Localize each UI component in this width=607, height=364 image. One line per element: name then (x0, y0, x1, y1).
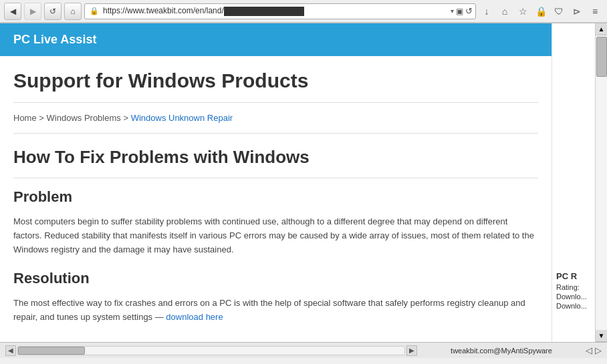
h-scroll-thumb[interactable] (18, 347, 85, 355)
sidebar-download2: Downlo... (554, 301, 594, 311)
navigation-bar: ◀ ▶ ↺ ⌂ 🔒 https://www.tweakbit.com/en/la… (0, 0, 607, 23)
lock-header-icon[interactable]: 🔒 (533, 3, 549, 19)
page-icon: ▣ (456, 7, 463, 16)
url-bar[interactable]: 🔒 https://www.tweakbit.com/en/land/ ▾ ▣ … (84, 3, 476, 19)
breadcrumb-sep1: > (39, 113, 46, 123)
home-icon[interactable]: ⌂ (497, 3, 513, 19)
url-start: https://www.tweakbit.com/en/land/ (103, 6, 224, 15)
right-nav-icons: ↓ ⌂ ☆ 🔒 🛡 ⊳ ≡ (479, 3, 603, 19)
page-title: Support for Windows Products (13, 69, 538, 103)
scroll-up-button[interactable]: ▲ (596, 23, 608, 35)
breadcrumb-home[interactable]: Home (13, 113, 37, 123)
breadcrumb-current[interactable]: Windows Unknown Repair (131, 113, 233, 123)
bottom-bar: ◀ ▶ tweakbit.com@MyAntiSpyware ◁ ▷ (0, 342, 607, 358)
problem-body: Most computers begin to suffer stability… (13, 215, 538, 256)
breadcrumb-windows-problems[interactable]: Windows Problems (47, 113, 121, 123)
download-icon[interactable]: ↓ (479, 3, 495, 19)
problem-title: Problem (13, 188, 538, 206)
breadcrumb-sep2: > (123, 113, 130, 123)
back-button[interactable]: ◀ (4, 3, 21, 20)
sidebar-pc-label: PC R (554, 270, 594, 283)
sidebar-partial-card: PC R Rating: Downlo... Downlo... (552, 267, 595, 313)
download-link[interactable]: download here (166, 312, 223, 322)
resolution-title: Resolution (13, 270, 538, 287)
site-header: PC Live Assist (0, 23, 552, 56)
url-redacted-part (224, 7, 304, 16)
star-icon[interactable]: ☆ (515, 3, 531, 19)
sidebar-download1: Downlo... (554, 292, 594, 301)
refresh-icon[interactable]: ↺ (465, 6, 473, 16)
h-scroll-track[interactable] (17, 346, 405, 355)
bottom-right-controls: ◁ ▷ (586, 345, 602, 355)
horizontal-scroll-area: ◀ ▶ (5, 345, 417, 356)
main-content: PC Live Assist Support for Windows Produ… (0, 23, 552, 342)
section-heading: How To Fix Problems with Windows (13, 147, 538, 178)
sidebar-rating: Rating: (554, 283, 594, 292)
url-text: https://www.tweakbit.com/en/land/ (103, 6, 449, 16)
location-icon[interactable]: ⊳ (569, 3, 585, 19)
breadcrumb: Home > Windows Problems > Windows Unknow… (13, 113, 538, 134)
resolution-body: The most effective way to fix crashes an… (13, 297, 538, 325)
scroll-down-button[interactable]: ▼ (596, 330, 608, 342)
lock-icon: 🔒 (88, 3, 101, 19)
vertical-scrollbar[interactable]: ▲ ▼ (595, 23, 607, 342)
home-button[interactable]: ⌂ (64, 3, 82, 20)
scroll-thumb[interactable] (596, 37, 607, 77)
bottom-nav-right[interactable]: ▷ (595, 345, 602, 355)
site-title: PC Live Assist (13, 33, 96, 46)
browser-content: PC Live Assist Support for Windows Produ… (0, 23, 607, 342)
forward-button[interactable]: ▶ (24, 3, 41, 20)
page-content: Support for Windows Products Home > Wind… (0, 56, 552, 342)
bottom-nav-left[interactable]: ◁ (586, 345, 592, 355)
url-dropdown-arrow[interactable]: ▾ (451, 7, 454, 15)
scroll-right-button[interactable]: ▶ (406, 345, 417, 356)
menu-icon[interactable]: ≡ (587, 3, 603, 19)
scroll-left-button[interactable]: ◀ (5, 345, 16, 356)
reload-button[interactable]: ↺ (44, 3, 62, 20)
status-url: tweakbit.com@MyAntiSpyware (451, 347, 552, 355)
shield-icon[interactable]: 🛡 (551, 3, 567, 19)
